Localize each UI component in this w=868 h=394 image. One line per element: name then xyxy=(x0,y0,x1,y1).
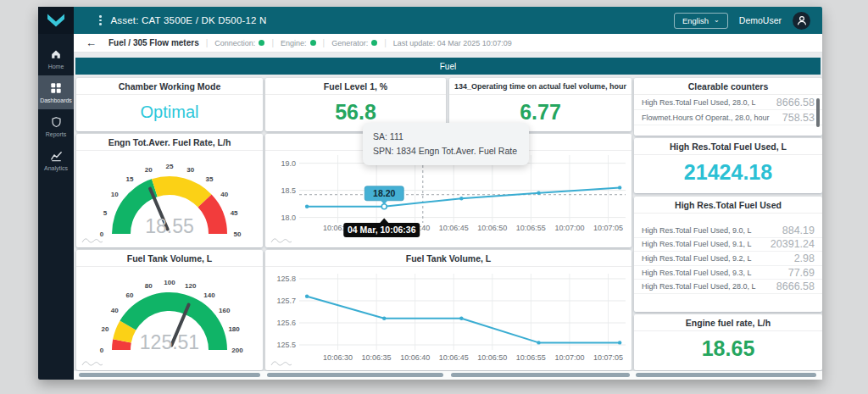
last-update: Last update: 04 Mar 2025 10:07:09 xyxy=(393,39,512,47)
gauge-fuel-rate-svg: 0510152025303540455018.55 xyxy=(76,151,263,246)
total-fuel-used-card: High Res.Total Fuel Used, L 21424.18 xyxy=(634,138,822,193)
x-axis-tick-label: 10:06:45 xyxy=(439,224,469,232)
sidebar-item-dashboards[interactable]: Dashboards xyxy=(38,75,74,109)
date-tooltip-caret xyxy=(380,219,388,224)
tank-volume-line-chart[interactable]: 10:06:3010:06:3510:06:4010:06:4510:06:50… xyxy=(265,267,632,370)
gauge-value: 125.51 xyxy=(140,331,199,353)
x-axis-tick-label: 10:07:00 xyxy=(554,224,584,232)
engine-fuel-rate-value: 18.65 xyxy=(634,336,822,361)
subheader: ← Fuel / 305 Flow meters | Connection: |… xyxy=(74,34,822,53)
series-line xyxy=(307,297,620,343)
wave-watermark-icon xyxy=(81,357,103,367)
chevron-down-icon: ⌄ xyxy=(714,18,720,23)
chevron-logo-icon xyxy=(45,13,67,28)
operating-time-value: 6.77 xyxy=(449,100,632,125)
status-generator: Generator: xyxy=(331,39,377,47)
user-avatar[interactable] xyxy=(793,12,810,30)
engine-fuel-rate-card: Engine fuel rate, L/h 18.65 xyxy=(634,314,822,370)
person-icon xyxy=(797,15,807,25)
total-fuel-list-card: High Res.Total Fuel Used High Res.Total … xyxy=(634,197,822,312)
total-fuel-list: High Res.Total Fuel Used, 9.0, L 884.19 … xyxy=(634,224,822,294)
x-axis-tick-label: 10:06:55 xyxy=(516,224,546,232)
fuel-section-banner: Fuel xyxy=(75,58,821,75)
x-axis-tick-label: 10:07:00 xyxy=(554,353,584,362)
divider: | xyxy=(206,38,209,47)
fuel-rate-gauge[interactable]: 0510152025303540455018.55 xyxy=(76,151,263,247)
gauge-zone xyxy=(152,176,212,208)
gauge-tick-label: 35 xyxy=(206,175,214,183)
connection-status-dot xyxy=(259,40,264,46)
card-title: High Res.Total Fuel Used xyxy=(634,197,822,214)
data-point-marker xyxy=(459,197,463,200)
gauge-tick-label: 15 xyxy=(126,175,134,183)
asset-title: Asset: CAT 3500E / DK D500-12 N xyxy=(111,15,267,25)
gauge-tick-label: 10 xyxy=(111,191,119,198)
hovered-point-marker xyxy=(381,204,387,209)
counter-label: High Res.Total Fuel Used, 9.3, L xyxy=(642,269,752,277)
user-name: DemoUser xyxy=(739,15,782,25)
horizontal-scrollbar[interactable] xyxy=(79,373,260,377)
counter-row: High Res.Total Fuel Used, 9.0, L 884.19 xyxy=(634,224,822,238)
status-label: Connection: xyxy=(214,39,255,47)
card-title: Clearable counters xyxy=(634,78,822,95)
fuel-rate-line-chart[interactable]: 10:06:3010:06:3510:06:4010:06:4510:06:50… xyxy=(265,151,632,247)
sidebar-item-reports[interactable]: Reports xyxy=(38,109,74,143)
card-title: High Res.Total Fuel Used, L xyxy=(634,138,822,155)
status-connection: Connection: xyxy=(214,39,264,47)
x-axis-tick-label: 10:07:05 xyxy=(593,224,623,232)
language-select[interactable]: English ⌄ xyxy=(674,13,728,29)
date-tooltip-label: 04 Mar, 10:06:36 xyxy=(348,225,416,235)
gauge-tick-label: 45 xyxy=(231,209,238,217)
home-icon xyxy=(50,48,62,60)
clearable-counters-card: Clearable counters High Res.Total Fuel U… xyxy=(634,78,822,136)
hover-value-label-notch xyxy=(381,201,387,205)
tooltip-spn-line: SPN: 1834 Engn Tot.Aver. Fuel Rate xyxy=(373,144,519,158)
tank-volume-gauge[interactable]: 020406080100120140160180200125.51 xyxy=(76,267,263,370)
counter-label: High Res.Total Fuel Used, 9.2, L xyxy=(642,254,752,263)
sidebar-item-home[interactable]: Home xyxy=(38,42,74,75)
menu-kebab-icon[interactable] xyxy=(99,15,102,25)
y-axis-tick-label: 125.8 xyxy=(276,275,296,283)
horizontal-scrollbar[interactable] xyxy=(636,373,816,377)
sidebar: Home Dashboards Reports xyxy=(38,7,74,380)
counter-value: 884.19 xyxy=(782,225,815,236)
x-axis-tick-label: 10:06:45 xyxy=(439,353,469,362)
gauge-tick-label: 140 xyxy=(203,291,215,299)
counter-row: High Res.Total Fuel Used, 9.2, L 2.98 xyxy=(634,252,822,266)
counter-value: 8666.58 xyxy=(776,280,815,292)
divider: | xyxy=(271,38,274,47)
counter-row: High Res.Total Fuel Used, 28.0, L 8666.5… xyxy=(634,95,822,110)
data-point-marker xyxy=(618,341,621,344)
card-title: Fuel Level 1, % xyxy=(265,78,446,95)
y-axis-tick-label: 125.5 xyxy=(276,341,296,349)
gauge-value: 18.55 xyxy=(145,215,194,237)
card-title: Chamber Working Mode xyxy=(76,78,263,95)
engine-status-dot xyxy=(310,40,316,46)
counter-label: High Res.Total Fuel Used, 28.0, L xyxy=(642,98,756,107)
app-logo[interactable] xyxy=(38,7,74,34)
top-header: Asset: CAT 3500E / DK D500-12 N English … xyxy=(74,7,822,34)
divider: | xyxy=(384,38,387,47)
gauge-tick-label: 40 xyxy=(220,191,228,198)
counter-value: 8666.58 xyxy=(776,97,815,108)
gauge-tick-label: 20 xyxy=(101,325,108,333)
horizontal-scrollbar[interactable] xyxy=(267,373,443,377)
counter-value: 77.69 xyxy=(788,267,815,279)
counter-row: Flowmet.Hours Of Operat., 28.0, hour 758… xyxy=(634,110,822,125)
line-tank-volume-svg: 10:06:3010:06:3510:06:4010:06:4510:06:50… xyxy=(265,267,632,370)
y-axis-tick-label: 125.7 xyxy=(276,297,296,305)
counter-label: Flowmet.Hours Of Operat., 28.0, hour xyxy=(642,114,770,122)
x-axis-tick-label: 10:06:50 xyxy=(477,224,507,232)
tank-volume-gauge-card: Fuel Tank Volume, L 02040608010012014016… xyxy=(76,250,263,370)
gauge-tick-label: 100 xyxy=(164,279,175,286)
header-right: English ⌄ DemoUser xyxy=(674,12,810,30)
counter-label: High Res.Total Fuel Used, 9.0, L xyxy=(642,226,752,235)
horizontal-scrollbar[interactable] xyxy=(451,373,630,377)
sidebar-item-label: Home xyxy=(48,64,64,69)
back-arrow-icon[interactable]: ← xyxy=(86,39,97,47)
wave-watermark-icon xyxy=(270,234,292,244)
counter-label: High Res.Total Fuel Used, 9.1, L xyxy=(642,240,752,248)
sidebar-item-analytics[interactable]: Analytics xyxy=(38,143,74,177)
panel-scrollbar[interactable] xyxy=(816,98,820,127)
dashboard-content: Fuel Chamber Working Mode Optimal Fuel L… xyxy=(74,53,822,380)
